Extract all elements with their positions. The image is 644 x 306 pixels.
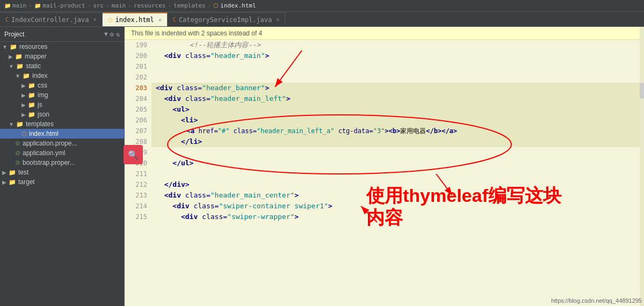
tree-item-application-prop[interactable]: ▶ ⚙ application.prope... bbox=[0, 139, 124, 148]
expand-arrow: ▶ bbox=[21, 92, 26, 98]
breadcrumb-main2[interactable]: main bbox=[112, 2, 126, 9]
tree-item-application-yml[interactable]: ▶ ⚙ application.yml bbox=[0, 148, 124, 158]
breadcrumb-src[interactable]: src bbox=[93, 2, 104, 9]
expand-arrow: ▶ bbox=[21, 112, 26, 118]
sidebar-dropdown-btn[interactable]: ▼ bbox=[104, 31, 108, 38]
main-area: Project ▼ ⚙ ⇅ ▼ 📁 resources ▶ 📁 mapper ▼… bbox=[0, 27, 644, 306]
tree-item-img[interactable]: ▶ 📁 img bbox=[0, 90, 124, 100]
expand-arrow: ▶ bbox=[21, 102, 26, 108]
line-num-214: 214 bbox=[125, 201, 151, 212]
code-line-214: <div class="swiper-container swiper1"> bbox=[151, 201, 644, 212]
line-num-215: 215 bbox=[125, 212, 151, 222]
code-line-215: <div class="swiper-wrapper"> bbox=[151, 212, 644, 222]
code-line-205: <ul> bbox=[151, 104, 644, 115]
gear-icon[interactable]: ⚙ bbox=[110, 31, 114, 38]
code-line-199: <!--轮播主体内容--> bbox=[151, 40, 644, 50]
folder-icon: 📁 bbox=[16, 121, 24, 128]
code-line-208: </li> bbox=[151, 136, 644, 147]
expand-arrow: ▶ bbox=[9, 150, 13, 156]
java-icon: C bbox=[173, 17, 176, 23]
line-num-207: 207 bbox=[125, 126, 151, 136]
line-num-213: 213 bbox=[125, 190, 151, 201]
code-line-204: <div class="header_main_left"> bbox=[151, 93, 644, 104]
code-line-202 bbox=[151, 72, 644, 83]
folder-icon: 📁 bbox=[28, 92, 35, 99]
expand-arrow: ▼ bbox=[9, 121, 14, 127]
line-numbers: 199 200 201 202 203 204 205 206 207 208 … bbox=[125, 40, 151, 306]
tree-item-index-html[interactable]: ▶ ⬡ index.html bbox=[0, 129, 124, 139]
breadcrumb-templates[interactable]: templates bbox=[173, 2, 206, 9]
expand-arrow: ▶ bbox=[9, 141, 13, 147]
tab-index-html[interactable]: ⬡ index.html × bbox=[103, 12, 168, 26]
expand-arrow: ▶ bbox=[9, 54, 13, 60]
line-num-201: 201 bbox=[125, 61, 151, 72]
line-num-206: 206 bbox=[125, 115, 151, 126]
code-comment: <!--轮播主体内容--> bbox=[190, 41, 261, 49]
code-content[interactable]: <!--轮播主体内容--> <div class="header_main"> bbox=[151, 40, 644, 306]
code-line-203: <div class="header_banner"> bbox=[151, 83, 644, 93]
code-line-200: <div class="header_main"> bbox=[151, 50, 644, 61]
scrollbar-thumb[interactable] bbox=[640, 83, 644, 99]
vertical-scrollbar[interactable] bbox=[640, 40, 644, 306]
html-icon: ⬡ bbox=[21, 130, 27, 137]
close-tab-btn[interactable]: × bbox=[93, 17, 97, 23]
tree-item-json[interactable]: ▶ 📁 json bbox=[0, 110, 124, 119]
spring-icon: ⚙ bbox=[15, 140, 20, 147]
search-icon: 🔍 bbox=[128, 150, 139, 160]
tab-index-controller[interactable]: C IndexController.java × bbox=[0, 12, 103, 26]
code-line-213: <div class="header_main_center"> bbox=[151, 190, 644, 201]
breadcrumb: 📁 main › 📁 mail-product › src › main › r… bbox=[0, 0, 644, 12]
folder-icon: 📁 bbox=[9, 169, 16, 176]
code-line-207: <a href="#" class="header_main_left_a" c… bbox=[151, 126, 644, 136]
tab-category-service[interactable]: C CategoryServiceImpl.java × bbox=[168, 12, 285, 26]
tab-bar: C IndexController.java × ⬡ index.html × … bbox=[0, 12, 644, 27]
tree-item-js[interactable]: ▶ 📁 js bbox=[0, 100, 124, 110]
tree-item-index[interactable]: ▼ 📁 index bbox=[0, 71, 124, 81]
expand-arrow: ▶ bbox=[2, 170, 6, 176]
expand-arrow: ▶ bbox=[15, 131, 19, 137]
indent-warning-banner: This file is indented with 2 spaces inst… bbox=[125, 27, 644, 40]
line-num-200: 200 bbox=[125, 50, 151, 61]
folder-icon: 📁 bbox=[28, 101, 35, 108]
folder-icon: 📁 bbox=[15, 53, 23, 60]
sidebar-title: Project bbox=[4, 31, 24, 38]
sidebar-header: Project ▼ ⚙ ⇅ bbox=[0, 27, 124, 42]
tree-item-mapper[interactable]: ▶ 📁 mapper bbox=[0, 52, 124, 61]
editor-area: This file is indented with 2 spaces inst… bbox=[125, 27, 644, 306]
search-fab-button[interactable]: 🔍 bbox=[124, 145, 143, 164]
folder-icon: 📁 bbox=[28, 82, 35, 89]
java-icon: C bbox=[5, 17, 9, 23]
close-tab-btn[interactable]: × bbox=[158, 17, 162, 23]
close-tab-btn[interactable]: × bbox=[276, 17, 279, 23]
sort-icon[interactable]: ⇅ bbox=[116, 31, 120, 38]
breadcrumb-index-html[interactable]: ⬡ index.html bbox=[213, 2, 256, 9]
tree-item-target[interactable]: ▶ 📁 target bbox=[0, 177, 124, 187]
breadcrumb-main[interactable]: 📁 main bbox=[4, 2, 27, 9]
code-line-212: </div> bbox=[151, 179, 644, 190]
tree-item-test[interactable]: ▶ 📁 test bbox=[0, 167, 124, 177]
tree-item-static[interactable]: ▼ 📁 static bbox=[0, 61, 124, 71]
breadcrumb-resources[interactable]: resources bbox=[134, 2, 166, 9]
sidebar: Project ▼ ⚙ ⇅ ▼ 📁 resources ▶ 📁 mapper ▼… bbox=[0, 27, 125, 306]
folder-icon: 📁 bbox=[34, 3, 41, 9]
tree-item-bootstrap-prop[interactable]: ▶ ⚙ bootstrap.proper... bbox=[0, 158, 124, 167]
code-line-210: </ul> bbox=[151, 158, 644, 169]
expand-arrow: ▼ bbox=[15, 73, 20, 79]
code-editor[interactable]: 199 200 201 202 203 204 205 206 207 208 … bbox=[125, 40, 644, 306]
folder-icon: 📁 bbox=[28, 111, 35, 118]
line-num-205: 205 bbox=[125, 104, 151, 115]
tree-item-css[interactable]: ▶ 📁 css bbox=[0, 81, 124, 90]
tree-item-resources[interactable]: ▼ 📁 resources bbox=[0, 42, 124, 52]
code-line-206: <li> bbox=[151, 115, 644, 126]
folder-icon: 📁 bbox=[9, 179, 16, 186]
line-num-204: 204 bbox=[125, 93, 151, 104]
expand-arrow: ▼ bbox=[9, 63, 14, 69]
tree-item-templates[interactable]: ▼ 📁 templates bbox=[0, 119, 124, 129]
folder-icon: 📁 bbox=[10, 43, 17, 50]
expand-arrow: ▼ bbox=[2, 44, 8, 50]
line-num-203: 203 bbox=[125, 83, 151, 93]
breadcrumb-product[interactable]: 📁 mail-product bbox=[34, 2, 85, 9]
html-icon: ⬡ bbox=[108, 17, 113, 23]
folder-icon: 📁 bbox=[16, 63, 24, 70]
code-line-211 bbox=[151, 169, 644, 179]
